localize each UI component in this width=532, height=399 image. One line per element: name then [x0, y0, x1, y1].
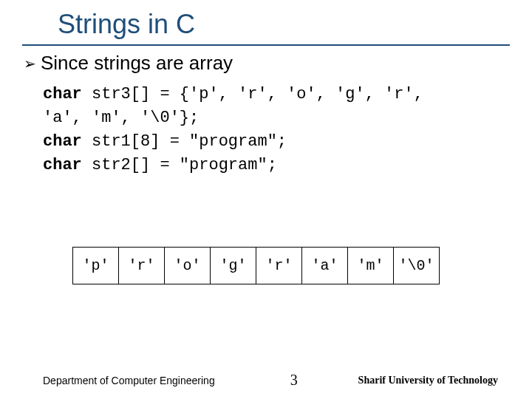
cell-1: 'r' [119, 248, 165, 284]
code-block: char str3[] = {'p', 'r', 'o', 'g', 'r', … [43, 83, 423, 177]
cell-0: 'p' [73, 248, 119, 284]
cell-2: 'o' [165, 248, 211, 284]
keyword-char-1: char [43, 85, 82, 103]
cell-7: '\0' [394, 248, 440, 284]
footer-page-number: 3 [290, 372, 298, 389]
table-row: 'p' 'r' 'o' 'g' 'r' 'a' 'm' '\0' [73, 248, 440, 284]
code-line-3: str2[] = "program"; [82, 156, 277, 174]
keyword-char-2: char [43, 132, 82, 151]
cell-4: 'r' [256, 248, 302, 284]
slide-title: Strings in C [58, 9, 195, 40]
char-array-table: 'p' 'r' 'o' 'g' 'r' 'a' 'm' '\0' [72, 247, 440, 284]
cell-5: 'a' [302, 248, 348, 284]
slide-footer: Department of Computer Engineering 3 Sha… [0, 372, 532, 389]
code-line-1b: 'a', 'm', '\0'}; [43, 109, 199, 127]
bullet-line: ➢ Since strings are array [24, 52, 233, 75]
cell-3: 'g' [211, 248, 256, 284]
footer-university: Sharif University of Technology [358, 375, 498, 386]
title-rule [22, 44, 510, 46]
keyword-char-3: char [43, 156, 82, 174]
code-line-2: str1[8] = "program"; [82, 132, 287, 151]
bullet-arrow-icon: ➢ [24, 56, 36, 71]
bullet-text: Since strings are array [41, 52, 233, 75]
footer-department: Department of Computer Engineering [43, 375, 215, 386]
cell-6: 'm' [348, 248, 394, 284]
code-line-1a: str3[] = {'p', 'r', 'o', 'g', 'r', [82, 85, 423, 103]
